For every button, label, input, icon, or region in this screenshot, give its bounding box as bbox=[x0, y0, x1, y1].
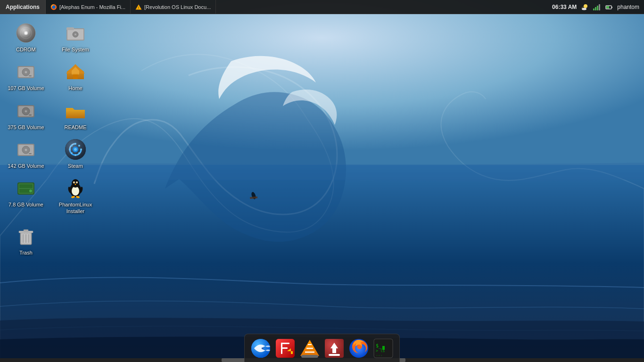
dock-icon-thunderbird[interactable] bbox=[249, 337, 272, 360]
svg-point-75 bbox=[72, 179, 79, 188]
clock-display: 06:33 AM bbox=[552, 4, 577, 10]
desktop-icon-volume78[interactable]: 7.8 GB Volume bbox=[2, 173, 50, 212]
svg-text:...: ... bbox=[376, 353, 382, 357]
trash-icon-img bbox=[15, 225, 37, 247]
volume142-label: 142 GB Volume bbox=[8, 163, 44, 169]
window-btn-revolution[interactable]: ! [Revolution OS Linux Docu... bbox=[131, 0, 216, 14]
trash-icon bbox=[15, 225, 37, 247]
svg-rect-12 bbox=[597, 6, 598, 10]
svg-point-70 bbox=[71, 145, 73, 147]
cdrom-label: CDROM bbox=[16, 46, 36, 53]
dock-icon-steaminstall[interactable] bbox=[323, 337, 346, 360]
svg-rect-16 bbox=[606, 6, 609, 8]
desktop-icon-cdrom[interactable]: CDROM bbox=[2, 18, 50, 57]
linux-icon bbox=[64, 177, 87, 199]
svg-point-20 bbox=[25, 32, 27, 34]
svg-point-65 bbox=[80, 148, 82, 150]
svg-point-38 bbox=[25, 149, 27, 150]
readme-label: README bbox=[64, 124, 86, 131]
svg-rect-10 bbox=[593, 8, 594, 10]
svg-text:$_: $_ bbox=[376, 343, 382, 349]
svg-text:!: ! bbox=[138, 6, 139, 9]
svg-rect-33 bbox=[29, 115, 32, 115]
warning-icon: ! bbox=[135, 4, 142, 10]
svg-rect-93 bbox=[281, 347, 288, 349]
svg-point-26 bbox=[25, 72, 27, 73]
firefox-dock-icon bbox=[348, 338, 369, 359]
svg-point-69 bbox=[69, 148, 71, 150]
desktop-icon-steam[interactable]: Steam bbox=[52, 134, 99, 173]
phantomlinux-icon-img bbox=[64, 177, 87, 199]
svg-point-63 bbox=[74, 143, 76, 145]
filesystem-icon-img bbox=[64, 22, 87, 44]
desktop-icon-trash[interactable]: Trash bbox=[2, 221, 50, 260]
svg-point-9 bbox=[582, 8, 586, 10]
desktop-icon-filesystem[interactable]: File System bbox=[52, 18, 99, 57]
power-icon bbox=[605, 3, 613, 11]
svg-point-64 bbox=[78, 145, 80, 147]
harddrive4-icon bbox=[15, 138, 37, 161]
home-icon-img bbox=[64, 60, 87, 83]
window-btn-firefox[interactable]: [Alephas Enum - Mozilla Fi... bbox=[46, 0, 131, 14]
desktop-icon-volume375[interactable]: 375 GB Volume bbox=[2, 96, 50, 134]
volume107-label: 107 GB Volume bbox=[8, 85, 44, 91]
svg-point-67 bbox=[74, 154, 76, 156]
dock-icon-filezilla[interactable] bbox=[274, 337, 297, 360]
svg-rect-42 bbox=[19, 184, 33, 188]
taskbar-top: Applications [Alephas Enum - Mozilla Fi.… bbox=[0, 0, 644, 14]
username-display: phantom bbox=[617, 4, 639, 10]
applications-menu[interactable]: Applications bbox=[0, 0, 46, 14]
dock-icon-terminal[interactable]: $_ > ls ... bbox=[372, 337, 395, 360]
harddrive3-icon bbox=[15, 99, 37, 122]
volume142-icon-img bbox=[15, 138, 37, 161]
dock-icon-firefox[interactable] bbox=[347, 337, 370, 360]
filesystem-icon bbox=[64, 22, 87, 44]
home-label: Home bbox=[68, 85, 82, 91]
svg-point-32 bbox=[25, 110, 27, 112]
svg-rect-60 bbox=[66, 110, 85, 118]
filezilla-dock-icon bbox=[275, 338, 296, 359]
desktop-icon-home[interactable]: Home bbox=[52, 57, 99, 95]
firefox-icon bbox=[50, 4, 57, 10]
harddrive5-icon bbox=[15, 177, 37, 199]
volume107-icon-img bbox=[15, 60, 37, 83]
volume78-icon-img bbox=[15, 177, 37, 199]
svg-point-88 bbox=[263, 347, 264, 348]
harddrive-icon bbox=[15, 60, 37, 83]
folder-icon bbox=[64, 99, 87, 122]
svg-rect-102 bbox=[329, 354, 340, 356]
cdrom-icon bbox=[15, 22, 37, 44]
svg-point-66 bbox=[78, 152, 80, 154]
svg-rect-54 bbox=[66, 27, 74, 30]
filesystem-label: File System bbox=[62, 46, 89, 53]
volume375-icon-img bbox=[15, 99, 37, 122]
svg-rect-39 bbox=[29, 153, 32, 154]
readme-icon-img bbox=[64, 99, 87, 122]
weather-icon bbox=[580, 3, 589, 11]
volume78-label: 7.8 GB Volume bbox=[8, 201, 43, 208]
svg-rect-13 bbox=[599, 4, 600, 10]
thunderbird-dock-icon bbox=[250, 338, 271, 359]
desktop-icon-volume142[interactable]: 142 GB Volume bbox=[2, 134, 50, 173]
volume375-label: 375 GB Volume bbox=[8, 124, 44, 131]
svg-point-44 bbox=[29, 189, 32, 192]
svg-point-56 bbox=[74, 33, 76, 35]
svg-point-79 bbox=[76, 182, 77, 183]
desktop-icon-readme[interactable]: README bbox=[52, 96, 99, 134]
desktop-icons-right: File System Home bbox=[52, 18, 99, 219]
desktop-icon-phantomlinux[interactable]: PhantomLinux Installer bbox=[52, 173, 99, 219]
applications-label: Applications bbox=[6, 4, 40, 10]
phantomlinux-label: PhantomLinux Installer bbox=[54, 201, 97, 215]
svg-rect-108 bbox=[382, 346, 385, 350]
steam-icon bbox=[64, 138, 87, 161]
taskbar-right-section: 06:33 AM phantom bbox=[547, 3, 644, 11]
home-folder-icon bbox=[64, 60, 87, 83]
steaminstall-dock-icon bbox=[324, 338, 345, 359]
dock-icon-vlc[interactable] bbox=[298, 337, 321, 360]
window-label-revolution: [Revolution OS Linux Docu... bbox=[144, 4, 211, 10]
window-label-firefox: [Alephas Enum - Mozilla Fi... bbox=[59, 4, 125, 10]
trash-label: Trash bbox=[19, 249, 33, 256]
terminal-dock-icon: $_ > ls ... bbox=[373, 338, 394, 359]
taskbar-left-section: Applications [Alephas Enum - Mozilla Fi.… bbox=[0, 0, 547, 14]
desktop-icon-volume107[interactable]: 107 GB Volume bbox=[2, 57, 50, 95]
